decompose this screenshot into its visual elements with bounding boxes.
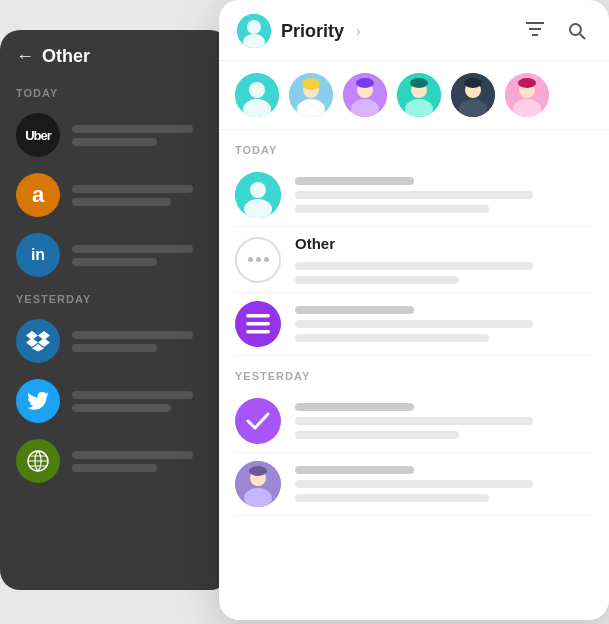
text-line xyxy=(295,276,459,284)
text-lines xyxy=(72,125,214,146)
dots-inner xyxy=(248,257,269,262)
contact-avatar[interactable] xyxy=(397,73,441,117)
right-panel: Priority › xyxy=(219,0,609,620)
left-panel: ← Other TODAY Uber a xyxy=(0,30,230,590)
message-item[interactable]: Other xyxy=(235,227,593,293)
text-line xyxy=(72,451,193,459)
contact-avatar[interactable] xyxy=(289,73,333,117)
text-line xyxy=(72,185,193,193)
list-item[interactable]: Uber xyxy=(0,105,230,165)
header-left: Priority › xyxy=(237,14,361,48)
text-line xyxy=(295,177,414,185)
text-lines xyxy=(72,451,214,472)
message-item[interactable] xyxy=(235,453,593,516)
right-content: TODAY xyxy=(219,130,609,620)
left-today-label: TODAY xyxy=(0,79,230,105)
text-line xyxy=(295,334,489,342)
message-item[interactable] xyxy=(235,293,593,356)
text-line xyxy=(72,331,193,339)
text-line xyxy=(295,205,489,213)
text-block: Other xyxy=(295,235,593,284)
svg-point-39 xyxy=(249,466,267,476)
contact-avatar[interactable] xyxy=(505,73,549,117)
svg-point-25 xyxy=(464,78,482,88)
text-block xyxy=(295,403,593,439)
list-item[interactable] xyxy=(0,431,230,491)
avatar xyxy=(235,461,281,507)
other-avatar xyxy=(235,237,281,283)
text-block xyxy=(295,306,593,342)
filter-icon[interactable] xyxy=(521,17,549,45)
text-line xyxy=(295,191,533,199)
text-line xyxy=(295,431,459,439)
text-line xyxy=(295,480,533,488)
svg-point-31 xyxy=(250,182,266,198)
list-item[interactable]: in xyxy=(0,225,230,285)
message-item[interactable] xyxy=(235,164,593,227)
avatar: Uber xyxy=(16,113,60,157)
text-line xyxy=(72,138,157,146)
avatar xyxy=(235,398,281,444)
svg-point-7 xyxy=(249,82,265,98)
search-icon[interactable] xyxy=(563,17,591,45)
text-line xyxy=(72,245,193,253)
dot xyxy=(256,257,261,262)
avatar xyxy=(16,439,60,483)
avatar xyxy=(16,319,60,363)
avatar xyxy=(235,301,281,347)
app-container: ← Other TODAY Uber a xyxy=(0,0,609,624)
text-line xyxy=(72,344,157,352)
header-title: Priority xyxy=(281,21,344,42)
text-line xyxy=(72,404,171,412)
contact-avatar[interactable] xyxy=(235,73,279,117)
avatar xyxy=(16,379,60,423)
text-line xyxy=(295,306,414,314)
svg-point-17 xyxy=(356,78,374,88)
right-header: Priority › xyxy=(219,0,609,61)
left-header: ← Other xyxy=(0,30,230,79)
contact-avatar[interactable] xyxy=(451,73,495,117)
text-line xyxy=(72,125,193,133)
back-icon[interactable]: ← xyxy=(16,46,34,67)
list-item[interactable] xyxy=(0,371,230,431)
avatar: a xyxy=(16,173,60,217)
svg-rect-33 xyxy=(246,314,270,318)
list-item[interactable] xyxy=(0,311,230,371)
text-block xyxy=(295,177,593,213)
contacts-strip xyxy=(219,61,609,130)
svg-line-5 xyxy=(580,34,585,39)
svg-point-21 xyxy=(410,78,428,88)
list-item[interactable]: a xyxy=(0,165,230,225)
text-line xyxy=(72,198,171,206)
text-line xyxy=(72,391,193,399)
text-lines xyxy=(72,245,214,266)
header-avatar[interactable] xyxy=(237,14,271,48)
svg-point-29 xyxy=(518,78,536,88)
text-block xyxy=(295,466,593,502)
left-panel-title: Other xyxy=(42,46,90,67)
svg-point-13 xyxy=(302,78,320,90)
left-yesterday-label: YESTERDAY xyxy=(0,285,230,311)
svg-rect-35 xyxy=(246,330,270,334)
text-line xyxy=(295,466,414,474)
message-item[interactable] xyxy=(235,390,593,453)
header-icons xyxy=(521,17,591,45)
today-section-label: TODAY xyxy=(235,130,593,164)
avatar xyxy=(235,172,281,218)
text-line xyxy=(295,417,533,425)
text-lines xyxy=(72,331,214,352)
yesterday-section-label: YESTERDAY xyxy=(235,356,593,390)
avatar: in xyxy=(16,233,60,277)
text-line xyxy=(295,494,489,502)
svg-point-4 xyxy=(570,24,581,35)
contact-avatar[interactable] xyxy=(343,73,387,117)
dot xyxy=(264,257,269,262)
svg-point-2 xyxy=(247,20,261,34)
dot xyxy=(248,257,253,262)
text-lines xyxy=(72,391,214,412)
text-line xyxy=(295,262,533,270)
chevron-right-icon: › xyxy=(356,23,361,39)
text-line xyxy=(72,258,157,266)
text-line xyxy=(295,320,533,328)
text-lines xyxy=(72,185,214,206)
